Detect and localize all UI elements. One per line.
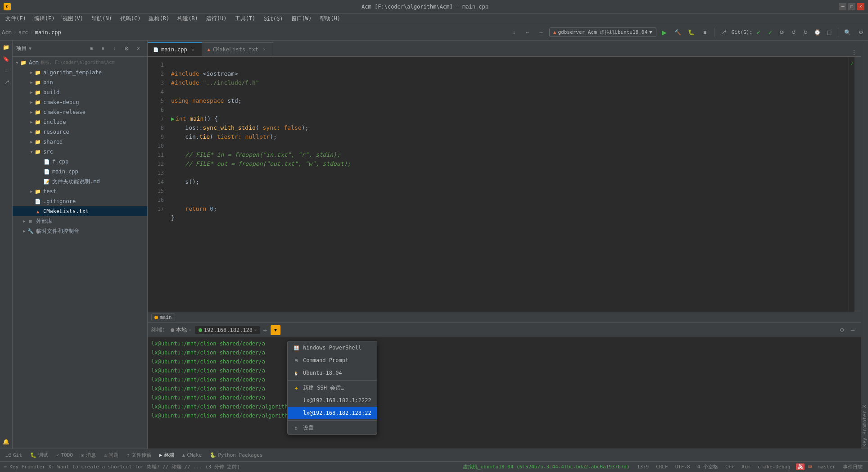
close-btn[interactable]: × bbox=[857, 3, 864, 10]
menu-refactor[interactable]: 重构(R) bbox=[145, 14, 173, 23]
sidebar-item-maincpp[interactable]: 📄 main.cpp bbox=[13, 167, 147, 177]
run-btn[interactable]: ▶ bbox=[659, 27, 670, 38]
dropdown-powershell[interactable]: 🪟 Windows PowerShell bbox=[288, 341, 377, 354]
sidebar-item-fcpp[interactable]: 📄 f.cpp bbox=[13, 157, 147, 167]
git-btn6[interactable]: ⌚ bbox=[812, 27, 823, 38]
terminal-minimize-btn[interactable]: ─ bbox=[848, 326, 857, 335]
status-project[interactable]: Acm bbox=[740, 464, 752, 470]
sidebar-item-cmake-release[interactable]: ▶ 📁 cmake-release bbox=[13, 107, 147, 117]
tab-cmake-close[interactable]: × bbox=[261, 46, 267, 53]
explorer-icon[interactable]: 📁 bbox=[1, 42, 11, 52]
tool-tab-terminal[interactable]: ▶ 终端 bbox=[156, 451, 178, 459]
sidebar-item-build[interactable]: ▶ 📁 build bbox=[13, 87, 147, 97]
status-vm[interactable]: 虚拟机_ubuntu18.04 (6f524b7b-3c44-4fbc-bda2… bbox=[461, 463, 632, 470]
sidebar-scroll-top-btn[interactable]: ⊕ bbox=[86, 43, 97, 54]
notification-icon[interactable]: 🔔 bbox=[1, 437, 11, 447]
tool-tab-transfer[interactable]: ↕ 文件传输 bbox=[123, 451, 155, 459]
git-btn4[interactable]: ↺ bbox=[788, 27, 799, 38]
sidebar-close-btn[interactable]: × bbox=[133, 43, 144, 54]
tool-tab-debug[interactable]: 🐛 调试 bbox=[27, 451, 52, 459]
function-badge[interactable]: main bbox=[151, 313, 175, 321]
terminal-dropdown-btn[interactable]: ▼ bbox=[271, 325, 280, 335]
tab-cmake[interactable]: ▲ CMakeLists.txt × bbox=[202, 42, 273, 56]
menu-code[interactable]: 代码(C) bbox=[117, 14, 145, 23]
sidebar-item-temp[interactable]: ▶ 🔧 临时文件和控制台 bbox=[13, 226, 147, 236]
menu-view[interactable]: 视图(V) bbox=[59, 14, 87, 23]
git-btn3[interactable]: ⟳ bbox=[777, 27, 787, 38]
breadcrumb-acm[interactable]: Acm bbox=[2, 29, 12, 36]
sidebar-item-shared[interactable]: ▶ 📁 shared bbox=[13, 137, 147, 147]
tool-tab-problems[interactable]: ⚠ 问题 bbox=[100, 451, 122, 459]
dropdown-settings[interactable]: ⚙ 设置 bbox=[288, 422, 377, 434]
git-check-btn[interactable]: ✓ bbox=[765, 27, 776, 38]
menu-run[interactable]: 运行(U) bbox=[203, 14, 231, 23]
tool-tab-git[interactable]: ⎇ Git bbox=[2, 451, 26, 459]
terminal-local-close[interactable]: × bbox=[189, 328, 191, 332]
terminal-tab-remote[interactable]: 192.168.182.128 × bbox=[195, 326, 261, 334]
status-ime[interactable]: 英 bbox=[796, 463, 805, 470]
forward-btn[interactable]: → bbox=[536, 27, 547, 38]
status-branch[interactable]: master bbox=[816, 464, 837, 470]
breadcrumb-src[interactable]: src bbox=[18, 29, 28, 36]
vcs-update-btn[interactable]: ↓ bbox=[509, 27, 520, 38]
status-encoding[interactable]: UTF-8 bbox=[674, 464, 692, 470]
status-cursor[interactable]: 13:9 bbox=[635, 464, 651, 470]
menu-build[interactable]: 构建(B) bbox=[174, 14, 202, 23]
menu-nav[interactable]: 导航(N) bbox=[88, 14, 116, 23]
build-btn[interactable]: 🔨 bbox=[673, 27, 683, 38]
debug-btn[interactable]: 🐛 bbox=[686, 27, 697, 38]
git-btn7[interactable]: ◫ bbox=[823, 27, 834, 38]
vcs-icon[interactable]: ⎇ bbox=[1, 77, 11, 87]
tool-tab-todo[interactable]: ✓ TODO bbox=[53, 451, 77, 459]
search-everywhere-btn[interactable]: 🔍 bbox=[842, 27, 853, 38]
menu-window[interactable]: 窗口(W) bbox=[288, 14, 316, 23]
status-crlf[interactable]: CRLF bbox=[654, 464, 670, 470]
sidebar-item-external[interactable]: ▶ ⊞ 外部库 bbox=[13, 216, 147, 226]
tool-tab-cmake[interactable]: ▲ CMake bbox=[179, 451, 206, 459]
dropdown-new-ssh[interactable]: ✚ 新建 SSH 会话… bbox=[288, 381, 377, 394]
sidebar-item-resource[interactable]: ▶ 📁 resource bbox=[13, 127, 147, 137]
tab-main-cpp[interactable]: 📄 main.cpp × bbox=[148, 42, 202, 56]
sidebar-item-bin[interactable]: ▶ 📁 bin bbox=[13, 77, 147, 87]
tool-tab-messages[interactable]: ✉ 消息 bbox=[77, 451, 99, 459]
dropdown-ssh2[interactable]: lx@192.168.182.128:22 bbox=[288, 407, 377, 419]
code-editor[interactable]: 1 2 3 4 5 6 7 8 9 10 11 12 13 14 bbox=[148, 57, 861, 312]
terminal-content[interactable]: lx@ubuntu:/mnt/clion-shared/coder/a lx@u… bbox=[148, 337, 861, 449]
git-update-btn[interactable]: ✓ bbox=[753, 27, 764, 38]
sidebar-item-include[interactable]: ▶ 📁 include bbox=[13, 117, 147, 127]
menu-file[interactable]: 文件(F) bbox=[2, 14, 30, 23]
terminal-settings-btn[interactable]: ⚙ bbox=[837, 326, 846, 335]
tool-tab-python[interactable]: 🐍 Python Packages bbox=[206, 451, 266, 459]
sidebar-collapse-btn[interactable]: ≡ bbox=[98, 43, 108, 54]
sidebar-sort-btn[interactable]: ↕ bbox=[109, 43, 120, 54]
vcs-btn[interactable]: ⎇ bbox=[718, 27, 729, 38]
stop-btn[interactable]: ■ bbox=[700, 27, 710, 38]
sidebar-item-cmakelists[interactable]: ▶ ▲ CMakeLists.txt bbox=[13, 206, 147, 216]
menu-tools[interactable]: 工具(T) bbox=[231, 14, 259, 23]
run-config-selector[interactable]: ▲ gdbserver_Acm_虚拟机Ubuntu18.04 ▼ bbox=[549, 27, 656, 37]
key-promoter-label[interactable]: Key Promoter X bbox=[862, 405, 868, 447]
tab-main-cpp-close[interactable]: × bbox=[190, 46, 196, 53]
sidebar-item-cmake-debug[interactable]: ▶ 📁 cmake-debug bbox=[13, 97, 147, 107]
dropdown-cmd[interactable]: ⊞ Command Prompt bbox=[288, 354, 377, 367]
sidebar-item-src[interactable]: ▼ 📁 src bbox=[13, 147, 147, 157]
menu-git[interactable]: Git(G) bbox=[260, 15, 286, 23]
structure-icon[interactable]: ≡ bbox=[1, 66, 11, 76]
menu-edit[interactable]: 编辑(E) bbox=[31, 14, 59, 23]
tab-more-btn[interactable]: ⋮ bbox=[847, 49, 861, 56]
maximize-btn[interactable]: □ bbox=[848, 3, 855, 10]
sidebar-dropdown[interactable]: ▼ bbox=[29, 46, 32, 51]
sidebar-item-fileinfo[interactable]: 📝 文件夹功能说明.md bbox=[13, 177, 147, 186]
dropdown-ubuntu[interactable]: 🐧 Ubuntu-18.04 bbox=[288, 367, 377, 379]
tree-root[interactable]: ▼ 📁 Acm 根板, F:\coder\algorithm\Acm bbox=[13, 58, 147, 68]
git-btn5[interactable]: ↻ bbox=[800, 27, 811, 38]
status-config[interactable]: cmake-Debug bbox=[756, 464, 792, 470]
menu-help[interactable]: 帮助(H) bbox=[316, 14, 344, 23]
sidebar-item-algorithm-template[interactable]: ▶ 📁 algorithm_template bbox=[13, 68, 147, 77]
sidebar-item-gitignore[interactable]: ▶ 📄 .gitignore bbox=[13, 196, 147, 206]
sidebar-item-test[interactable]: ▶ 📁 test bbox=[13, 186, 147, 196]
settings-btn[interactable]: ⚙ bbox=[855, 27, 866, 38]
minimize-btn[interactable]: ─ bbox=[839, 3, 846, 10]
status-indent[interactable]: 4 个空格 bbox=[696, 463, 720, 470]
sidebar-settings-btn[interactable]: ⚙ bbox=[121, 43, 132, 54]
